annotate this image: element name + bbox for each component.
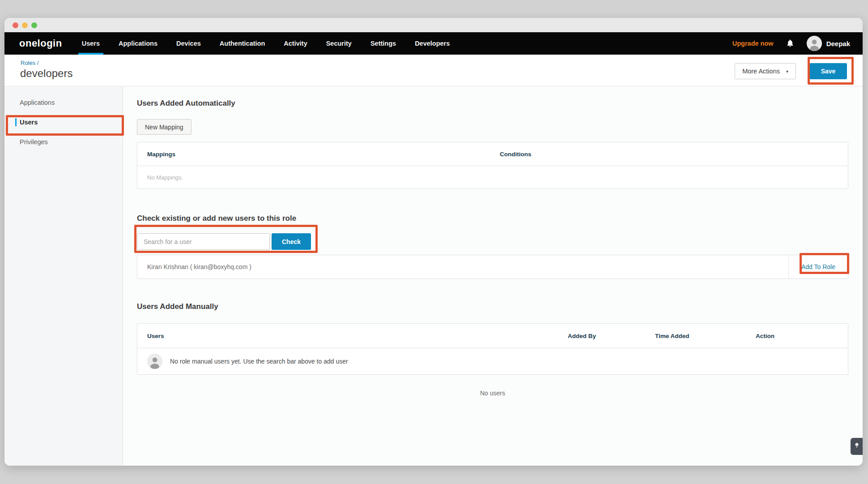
user-menu[interactable]: Deepak — [807, 36, 850, 51]
more-actions-button[interactable]: More Actions ▾ — [735, 63, 796, 79]
window-titlebar — [4, 18, 863, 32]
save-button[interactable]: Save — [809, 63, 847, 79]
page-title: developers — [20, 67, 72, 80]
nav-item-users[interactable]: Users — [82, 32, 100, 55]
auto-section-title: Users Added Automatically — [137, 99, 848, 108]
bell-icon[interactable] — [785, 39, 795, 48]
nav-item-security[interactable]: Security — [326, 32, 352, 55]
role-sidebar: Applications Users Privileges — [4, 86, 123, 466]
onelogin-logo[interactable]: onelogin — [4, 32, 82, 55]
breadcrumb[interactable]: Roles / — [21, 60, 38, 66]
column-header-conditions: Conditions — [500, 151, 848, 158]
sidebar-item-label: Users — [20, 119, 38, 126]
manual-users-table: Users Added By Time Added Action No role… — [137, 323, 848, 375]
nav-item-authentication[interactable]: Authentication — [220, 32, 265, 55]
close-window-button[interactable] — [13, 22, 18, 28]
sidebar-item-applications[interactable]: Applications — [4, 93, 123, 112]
upgrade-now-link[interactable]: Upgrade now — [732, 40, 774, 47]
check-button[interactable]: Check — [272, 233, 311, 250]
manual-empty-row: No role manual users yet. Use the search… — [137, 348, 848, 374]
search-result-action-cell: Add To Role — [788, 255, 848, 278]
zoom-window-button[interactable] — [31, 22, 37, 28]
header-actions: More Actions ▾ Save — [735, 63, 847, 79]
sidebar-item-users[interactable]: Users — [4, 112, 123, 132]
minimize-window-button[interactable] — [22, 22, 28, 28]
search-result-user: Kiran Krishnan ( kiran@boxyhq.com ) — [137, 255, 788, 278]
column-header-added-by: Added By — [568, 333, 655, 339]
mappings-empty-row: No Mappings. — [137, 166, 848, 188]
column-header-action: Action — [756, 333, 848, 339]
nav-right-cluster: Upgrade now Deepak — [732, 32, 863, 55]
nav-item-activity[interactable]: Activity — [284, 32, 307, 55]
manual-section-title: Users Added Manually — [137, 302, 848, 311]
nav-item-devices[interactable]: Devices — [176, 32, 201, 55]
sidebar-item-label: Applications — [20, 99, 55, 106]
primary-nav: Users Applications Devices Authenticatio… — [82, 32, 450, 55]
check-section-title: Check existing or add new users to this … — [137, 214, 848, 223]
user-search-row: Check — [137, 233, 848, 250]
nav-item-developers[interactable]: Developers — [415, 32, 450, 55]
no-users-label: No users — [137, 390, 848, 397]
app-body: Applications Users Privileges Users Adde… — [4, 86, 863, 466]
column-header-users: Users — [137, 333, 568, 339]
nav-item-settings[interactable]: Settings — [370, 32, 396, 55]
placeholder-avatar-icon — [147, 354, 162, 369]
main-content: Users Added Automatically New Mapping Ma… — [123, 86, 863, 466]
active-indicator — [15, 118, 17, 126]
mappings-table-header: Mappings Conditions — [137, 142, 848, 166]
user-name-label: Deepak — [826, 40, 850, 47]
app-window: onelogin Users Applications Devices Auth… — [4, 18, 863, 466]
column-header-mappings: Mappings — [137, 151, 500, 158]
search-result-row: Kiran Krishnan ( kiran@boxyhq.com ) Add … — [137, 255, 848, 279]
nav-item-applications[interactable]: Applications — [119, 32, 157, 55]
traffic-lights — [13, 22, 37, 28]
help-lightbulb-button[interactable] — [851, 438, 863, 455]
more-actions-label: More Actions — [742, 68, 780, 75]
manual-table-header: Users Added By Time Added Action — [137, 324, 848, 348]
user-search-input[interactable] — [137, 233, 270, 250]
add-to-role-link[interactable]: Add To Role — [801, 263, 835, 270]
column-header-time-added: Time Added — [655, 333, 756, 339]
new-mapping-button[interactable]: New Mapping — [137, 119, 191, 135]
sidebar-item-privileges[interactable]: Privileges — [4, 132, 123, 152]
manual-empty-text: No role manual users yet. Use the search… — [170, 358, 348, 365]
sidebar-item-label: Privileges — [20, 138, 48, 146]
page-header: Roles / developers More Actions ▾ Save — [4, 55, 863, 86]
top-navbar: onelogin Users Applications Devices Auth… — [4, 32, 863, 55]
chevron-down-icon: ▾ — [786, 69, 788, 74]
mappings-table: Mappings Conditions No Mappings. — [137, 142, 848, 189]
user-avatar — [807, 36, 822, 51]
lightbulb-icon — [853, 442, 860, 451]
